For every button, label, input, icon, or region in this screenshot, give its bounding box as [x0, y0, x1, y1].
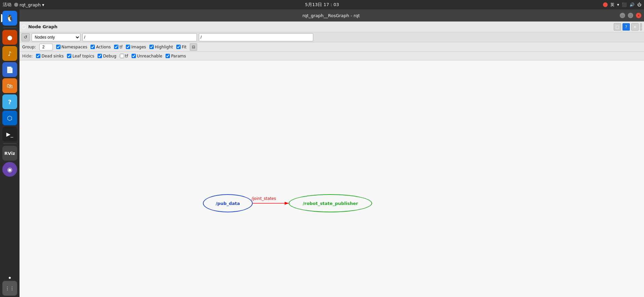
- group-input[interactable]: [39, 44, 53, 50]
- sidebar-icon-terminal[interactable]: ▶_: [2, 127, 17, 141]
- sidebar-icon-ubuntu[interactable]: 🐧: [2, 11, 17, 26]
- fit-label[interactable]: Fit: [176, 45, 186, 49]
- network-icon: ◉: [7, 166, 12, 173]
- store-icon: 🛍: [7, 82, 13, 89]
- sidebar-icon-network[interactable]: ◉: [2, 162, 17, 177]
- app-title: Node Graph: [28, 24, 58, 29]
- leaf-topics-checkbox[interactable]: [67, 54, 71, 58]
- robot-publisher-label: /robot_state_publisher: [303, 201, 358, 206]
- node-graph-icon: ⬡: [22, 24, 26, 30]
- app-sidebar: 🐧 ● ♪ 📄 🛍 ? ⬡ ▶_ RViz ◉: [0, 9, 20, 297]
- dead-sinks-label[interactable]: Dead sinks: [36, 54, 64, 58]
- graph-svg: /joint_states: [20, 60, 644, 297]
- taskbar-left: 活动 rqt_graph ▾: [3, 2, 44, 8]
- sidebar-icon-music[interactable]: ♪: [2, 46, 17, 61]
- toolbar: ↺ Nodes only Nodes/Topics (all) Nodes/To…: [20, 32, 644, 42]
- header-buttons: □ ? × …: [614, 23, 642, 31]
- taskbar-center: 5月13日 17：03: [305, 2, 339, 8]
- power-taskbar-icon: ⏻: [637, 2, 641, 7]
- taskbar-right: 英 ▾ ⬛ 🔊 ⏻: [603, 2, 641, 8]
- refresh-button[interactable]: ↺: [22, 33, 30, 41]
- music-icon: ♪: [8, 50, 12, 57]
- hide-bar: Hide: Dead sinks Leaf topics Debug tf: [20, 52, 644, 60]
- fit-icon: ⊟: [192, 45, 195, 49]
- rviz-icon: RViz: [4, 151, 15, 156]
- view-mode-select[interactable]: Nodes only Nodes/Topics (all) Nodes/Topi…: [32, 33, 80, 41]
- highlight-label[interactable]: Highlight: [149, 45, 173, 49]
- namespaces-checkbox[interactable]: [56, 45, 61, 49]
- filter1-input[interactable]: [82, 33, 197, 41]
- sidebar-icon-help[interactable]: ?: [2, 94, 17, 109]
- sidebar-icon-grid[interactable]: ⋮⋮: [2, 281, 17, 296]
- dead-sinks-checkbox[interactable]: [36, 54, 40, 58]
- app-dot: [14, 3, 18, 7]
- actions-checkbox[interactable]: [91, 45, 95, 49]
- window-content: rqt_graph__RosGraph - rqt — □ × ⬡ Node G…: [20, 9, 644, 297]
- header-btn-1[interactable]: □: [614, 23, 621, 31]
- filter2-input[interactable]: [199, 33, 313, 41]
- app-name-label: rqt_graph: [20, 2, 41, 7]
- tf-hide-checkbox[interactable]: [120, 54, 124, 58]
- fit-checkbox[interactable]: [176, 45, 181, 49]
- datetime-label: 5月13日 17：03: [305, 2, 339, 7]
- lang-label[interactable]: 英: [610, 2, 614, 8]
- network-taskbar-icon: ⬛: [622, 2, 627, 7]
- close-circle-icon: [603, 2, 608, 7]
- options-bar: Group: Namespaces Actions tf Images: [20, 42, 644, 52]
- activities-label[interactable]: 活动: [3, 2, 11, 8]
- debug-label[interactable]: Debug: [98, 54, 116, 58]
- sidebar-divider2: [3, 143, 16, 144]
- sidebar-icon-vscode[interactable]: ⬡: [2, 111, 17, 125]
- header-btn-4[interactable]: …: [640, 23, 642, 31]
- maximize-button[interactable]: □: [628, 13, 633, 18]
- graph-canvas[interactable]: /joint_states /pub_data /robot_state_pub…: [20, 60, 644, 297]
- terminal-icon: ▶_: [6, 131, 13, 137]
- fit-icon-btn[interactable]: ⊟: [190, 43, 197, 51]
- images-checkbox[interactable]: [126, 45, 130, 49]
- help-header-btn[interactable]: ?: [622, 23, 630, 31]
- title-bar: rqt_graph__RosGraph - rqt — □ ×: [20, 9, 644, 22]
- tf-option-label[interactable]: tf: [114, 45, 122, 49]
- sidebar-divider: [3, 28, 16, 28]
- lang-dropdown-icon: ▾: [617, 2, 619, 7]
- app-header: ⬡ Node Graph □ ? × …: [20, 22, 644, 32]
- ubuntu-icon: 🐧: [6, 14, 14, 22]
- close-button[interactable]: ×: [636, 13, 641, 18]
- actions-label[interactable]: Actions: [91, 45, 111, 49]
- sidebar-icon-rviz[interactable]: RViz: [2, 146, 17, 161]
- doc-icon: 📄: [6, 66, 13, 73]
- unreachable-checkbox[interactable]: [132, 54, 136, 58]
- sidebar-icon-store[interactable]: 🛍: [2, 78, 17, 93]
- sidebar-icon-doc[interactable]: 📄: [2, 62, 17, 77]
- vscode-icon: ⬡: [7, 115, 12, 122]
- pub-data-label: /pub_data: [216, 201, 240, 206]
- leaf-topics-label[interactable]: Leaf topics: [67, 54, 94, 58]
- tf-option-checkbox[interactable]: [114, 45, 118, 49]
- node-pub-data[interactable]: /pub_data: [203, 194, 253, 212]
- app-dropdown-icon: ▾: [42, 2, 44, 7]
- namespaces-label[interactable]: Namespaces: [56, 45, 87, 49]
- window-controls: — □ ×: [620, 13, 641, 18]
- minimize-button[interactable]: —: [620, 13, 625, 18]
- window-area: 🐧 ● ♪ 📄 🛍 ? ⬡ ▶_ RViz ◉: [0, 9, 644, 297]
- help-icon: ?: [8, 98, 11, 105]
- images-label[interactable]: Images: [126, 45, 146, 49]
- app-frame: ⬡ Node Graph □ ? × … ↺ Nodes only Nodes/…: [20, 22, 644, 297]
- params-checkbox[interactable]: [166, 54, 170, 58]
- close-header-btn[interactable]: ×: [631, 23, 639, 31]
- taskbar: 活动 rqt_graph ▾ 5月13日 17：03 英 ▾ ⬛ 🔊 ⏻: [0, 0, 644, 9]
- unreachable-label[interactable]: Unreachable: [132, 54, 163, 58]
- hide-label: Hide:: [22, 54, 33, 58]
- sidebar-icon-rqt[interactable]: ●: [2, 30, 17, 45]
- rqt-icon: ●: [7, 34, 12, 41]
- grid-icon: ⋮⋮: [5, 286, 14, 291]
- edge-label: /joint_states: [251, 196, 276, 201]
- group-label: Group:: [22, 45, 36, 49]
- volume-taskbar-icon: 🔊: [630, 2, 635, 7]
- tf-hide-label[interactable]: tf: [120, 54, 128, 58]
- node-robot-state-publisher[interactable]: /robot_state_publisher: [289, 194, 372, 212]
- params-label[interactable]: Params: [166, 54, 186, 58]
- highlight-checkbox[interactable]: [149, 45, 154, 49]
- taskbar-app[interactable]: rqt_graph ▾: [14, 2, 44, 7]
- debug-checkbox[interactable]: [98, 54, 102, 58]
